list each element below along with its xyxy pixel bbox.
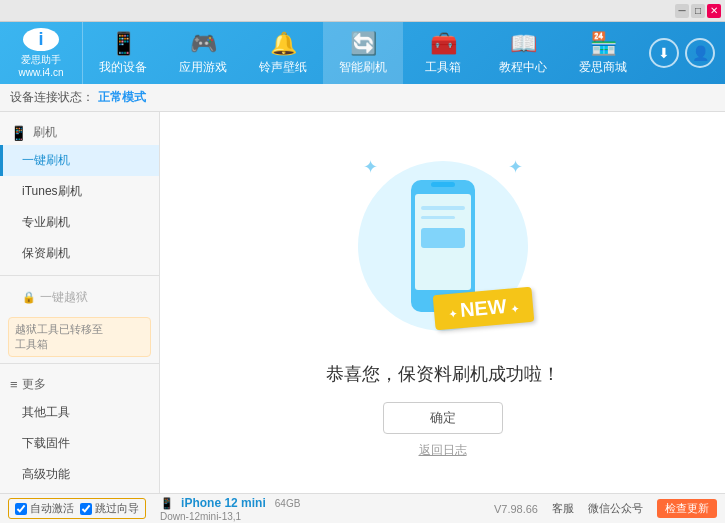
wechat-link[interactable]: 微信公众号 [588, 501, 643, 516]
title-bar: ─ □ ✕ [0, 0, 725, 22]
skip-wizard-label[interactable]: 跳过向导 [80, 501, 139, 516]
nav-item-label: 教程中心 [499, 59, 547, 76]
nav-item-label: 应用游戏 [179, 59, 227, 76]
apps-games-icon: 🎮 [190, 31, 217, 57]
nav-item-label: 智能刷机 [339, 59, 387, 76]
user-button[interactable]: 👤 [685, 38, 715, 68]
minimize-button[interactable]: ─ [675, 4, 689, 18]
top-nav: i 爱思助手 www.i4.cn 📱 我的设备 🎮 应用游戏 🔔 铃声壁纸 🔄 … [0, 22, 725, 84]
sidebar-item-one-click-flash[interactable]: 一键刷机 [0, 145, 159, 176]
sidebar-item-advanced[interactable]: 高级功能 [0, 459, 159, 490]
sparkle-top-right-icon: ✦ [508, 156, 523, 178]
my-device-icon: 📱 [110, 31, 137, 57]
svg-rect-6 [421, 228, 465, 248]
nav-items: 📱 我的设备 🎮 应用游戏 🔔 铃声壁纸 🔄 智能刷机 🧰 工具箱 📖 教程中心… [83, 22, 643, 84]
sidebar-disabled-jailbreak: 🔒 一键越狱 [0, 282, 159, 313]
toolbox-icon: 🧰 [430, 31, 457, 57]
nav-right: ⬇ 👤 [643, 38, 725, 68]
new-badge: NEW [432, 287, 533, 330]
sidebar-item-other-tools[interactable]: 其他工具 [0, 397, 159, 428]
svg-rect-5 [421, 216, 455, 219]
nav-item-my-device[interactable]: 📱 我的设备 [83, 22, 163, 84]
bottom-left: 自动激活 跳过向导 📱 iPhone 12 mini 64GB Down-12m… [8, 496, 494, 522]
sidebar-item-pro-flash[interactable]: 专业刷机 [0, 207, 159, 238]
nav-item-label: 铃声壁纸 [259, 59, 307, 76]
nav-item-istore[interactable]: 🏪 爱思商城 [563, 22, 643, 84]
logo-area[interactable]: i 爱思助手 www.i4.cn [0, 22, 83, 84]
device-firmware: Down-12mini-13,1 [160, 511, 241, 522]
sidebar-divider-2 [0, 363, 159, 364]
lock-icon: 🔒 [22, 291, 36, 304]
auto-connect-checkbox[interactable] [15, 503, 27, 515]
sidebar-note-jailbreak: 越狱工具已转移至工具箱 [8, 317, 151, 357]
svg-rect-4 [421, 206, 465, 210]
sidebar-section-flash: 📱 刷机 [0, 118, 159, 145]
svg-rect-2 [431, 182, 455, 187]
sidebar-item-itunes-flash[interactable]: iTunes刷机 [0, 176, 159, 207]
main-area: 📱 刷机 一键刷机 iTunes刷机 专业刷机 保资刷机 🔒 一键越狱 越狱工具… [0, 112, 725, 493]
nav-item-label: 爱思商城 [579, 59, 627, 76]
nav-item-label: 我的设备 [99, 59, 147, 76]
logo-url: www.i4.cn [18, 67, 63, 78]
content-area: ✦ ✦ NEW 恭喜您，保资料刷机成功啦！ 确定 返回日志 [160, 112, 725, 493]
confirm-button[interactable]: 确定 [383, 402, 503, 434]
ringtones-icon: 🔔 [270, 31, 297, 57]
sidebar-item-save-flash[interactable]: 保资刷机 [0, 238, 159, 269]
success-text: 恭喜您，保资料刷机成功啦！ [326, 362, 560, 386]
nav-item-label: 工具箱 [425, 59, 461, 76]
sparkle-top-left-icon: ✦ [363, 156, 378, 178]
close-button[interactable]: ✕ [707, 4, 721, 18]
status-label: 设备连接状态： [10, 89, 94, 106]
sidebar: 📱 刷机 一键刷机 iTunes刷机 专业刷机 保资刷机 🔒 一键越狱 越狱工具… [0, 112, 160, 493]
more-section-icon: ≡ [10, 377, 18, 392]
tutorial-icon: 📖 [510, 31, 537, 57]
flash-section-icon: 📱 [10, 125, 27, 141]
update-button[interactable]: 检查更新 [657, 499, 717, 518]
device-storage: 64GB [275, 498, 301, 509]
logo-icon: i [23, 28, 59, 51]
auto-connect-label[interactable]: 自动激活 [15, 501, 74, 516]
version-text: V7.98.66 [494, 503, 538, 515]
sidebar-divider-1 [0, 275, 159, 276]
flash-section-label: 刷机 [33, 124, 57, 141]
status-bar: 设备连接状态： 正常模式 [0, 84, 725, 112]
customer-service-link[interactable]: 客服 [552, 501, 574, 516]
device-info: 📱 iPhone 12 mini 64GB Down-12mini-13,1 [154, 496, 494, 522]
logo-name: 爱思助手 [21, 53, 61, 67]
maximize-button[interactable]: □ [691, 4, 705, 18]
sidebar-item-download-firmware[interactable]: 下载固件 [0, 428, 159, 459]
bottom-right: V7.98.66 客服 微信公众号 检查更新 [494, 499, 717, 518]
smart-flash-icon: 🔄 [350, 31, 377, 57]
status-value: 正常模式 [98, 89, 146, 106]
phone-icon: 📱 [160, 497, 174, 509]
bottom-bar: 自动激活 跳过向导 📱 iPhone 12 mini 64GB Down-12m… [0, 493, 725, 523]
nav-item-smart-flash[interactable]: 🔄 智能刷机 [323, 22, 403, 84]
nav-item-ringtones[interactable]: 🔔 铃声壁纸 [243, 22, 323, 84]
istore-icon: 🏪 [590, 31, 617, 57]
phone-wrapper: ✦ ✦ NEW [353, 146, 533, 346]
device-name: iPhone 12 mini [181, 496, 266, 510]
nav-item-apps-games[interactable]: 🎮 应用游戏 [163, 22, 243, 84]
return-link[interactable]: 返回日志 [419, 442, 467, 459]
nav-item-tutorial[interactable]: 📖 教程中心 [483, 22, 563, 84]
nav-item-toolbox[interactable]: 🧰 工具箱 [403, 22, 483, 84]
download-button[interactable]: ⬇ [649, 38, 679, 68]
sidebar-section-more: ≡ 更多 [0, 370, 159, 397]
skip-wizard-checkbox[interactable] [80, 503, 92, 515]
success-illustration: ✦ ✦ NEW [353, 146, 533, 346]
